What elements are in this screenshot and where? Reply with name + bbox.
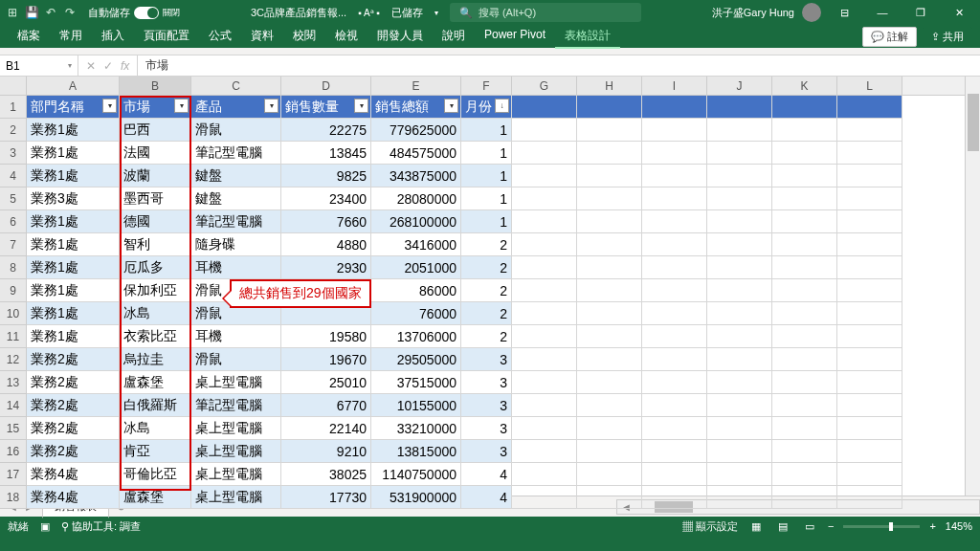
cell[interactable] [577,486,642,509]
cell[interactable]: 3 [461,394,512,417]
cell[interactable] [577,371,642,394]
select-all-corner[interactable] [0,77,27,95]
cell[interactable] [837,142,902,165]
cell[interactable]: 19670 [281,348,371,371]
row-header-12[interactable]: 12 [0,348,27,371]
share-button[interactable]: ⇪共用 [923,27,972,47]
cell[interactable] [707,463,772,486]
cell[interactable] [837,165,902,187]
cell[interactable] [837,440,902,463]
cell[interactable]: 9825 [281,165,371,187]
cell[interactable]: 38025 [281,463,371,486]
view-page-icon[interactable]: ▤ [774,519,791,533]
cell[interactable] [707,256,772,279]
filter-icon[interactable]: ↓ [495,99,509,113]
cell[interactable] [577,463,642,486]
cell[interactable] [707,165,772,187]
ribbon-tab-10[interactable]: Power Pivot [475,25,555,49]
cell[interactable] [707,233,772,256]
display-settings[interactable]: ▦ 顯示設定 [682,519,738,534]
row-header-3[interactable]: 3 [0,142,27,165]
row-header-8[interactable]: 8 [0,256,27,279]
cell[interactable] [837,256,902,279]
cell[interactable] [707,348,772,371]
cell[interactable] [512,394,577,417]
cell[interactable] [707,486,772,509]
cell[interactable]: 1 [461,210,512,233]
col-header-K[interactable]: K [772,77,837,95]
cell[interactable]: 9210 [281,440,371,463]
col-header-G[interactable]: G [512,77,577,95]
cell[interactable] [577,187,642,210]
comments-button[interactable]: 💬註解 [862,27,917,47]
cell[interactable] [772,210,837,233]
cell[interactable] [772,394,837,417]
cell[interactable] [707,394,772,417]
cell[interactable] [512,165,577,187]
cell[interactable] [837,325,902,348]
cell[interactable]: 筆記型電腦 [191,210,281,233]
header-cell[interactable]: 月份↓ [461,96,512,119]
cell[interactable] [707,302,772,325]
cell[interactable]: 耳機 [191,256,281,279]
cell[interactable] [512,302,577,325]
col-header-C[interactable]: C [191,77,281,95]
header-cell[interactable]: 銷售數量▾ [281,96,371,119]
cell[interactable]: 2 [461,302,512,325]
cell[interactable] [707,210,772,233]
cell[interactable] [512,210,577,233]
cell[interactable] [772,440,837,463]
cell[interactable] [707,371,772,394]
search-box[interactable]: 🔍 搜尋 (Alt+Q) [450,3,641,22]
vertical-scrollbar[interactable] [965,77,980,496]
cell[interactable] [837,371,902,394]
ribbon-mode-icon[interactable]: ⊟ [829,3,859,22]
cell[interactable] [512,440,577,463]
cell[interactable] [577,210,642,233]
col-header-L[interactable]: L [837,77,902,95]
cell[interactable] [837,210,902,233]
row-header-18[interactable]: 18 [0,486,27,509]
cell[interactable]: 1 [461,165,512,187]
header-cell[interactable] [772,96,837,119]
cell[interactable]: 桌上型電腦 [191,417,281,440]
cell[interactable]: 343875000 [371,165,461,187]
cell[interactable] [772,325,837,348]
cell[interactable]: 肯亞 [120,440,191,463]
cell[interactable]: 盧森堡 [120,486,191,509]
cell[interactable]: 冰島 [120,302,191,325]
cell[interactable] [772,119,837,142]
undo-icon[interactable]: ↶ [44,6,57,19]
cell[interactable] [577,348,642,371]
header-cell[interactable]: 部門名稱▾ [27,96,120,119]
cell[interactable]: 3416000 [371,233,461,256]
zoom-level[interactable]: 145% [946,520,972,532]
cell[interactable] [577,119,642,142]
cell[interactable] [577,142,642,165]
cell[interactable] [512,233,577,256]
cell[interactable]: 17730 [281,486,371,509]
cell[interactable]: 耳機 [191,325,281,348]
header-cell[interactable]: 銷售總額▾ [371,96,461,119]
cell[interactable] [772,165,837,187]
cell[interactable]: 哥倫比亞 [120,463,191,486]
cell[interactable]: 筆記型電腦 [191,394,281,417]
fx-icon[interactable]: fx [121,59,129,73]
cell[interactable] [512,279,577,302]
header-cell[interactable] [707,96,772,119]
cell[interactable]: 25010 [281,371,371,394]
cell[interactable] [707,325,772,348]
autosave-toggle[interactable] [134,7,159,19]
cell[interactable] [837,279,902,302]
cell[interactable] [642,187,707,210]
cell[interactable] [642,348,707,371]
close-icon[interactable]: ✕ [944,3,974,22]
col-header-F[interactable]: F [461,77,512,95]
cell[interactable] [642,233,707,256]
cell[interactable] [707,119,772,142]
enter-icon[interactable]: ✓ [103,59,113,73]
cell[interactable]: 1 [461,119,512,142]
cell[interactable]: 22140 [281,417,371,440]
filter-icon[interactable]: ▾ [444,99,458,113]
cell[interactable]: 波蘭 [120,165,191,187]
